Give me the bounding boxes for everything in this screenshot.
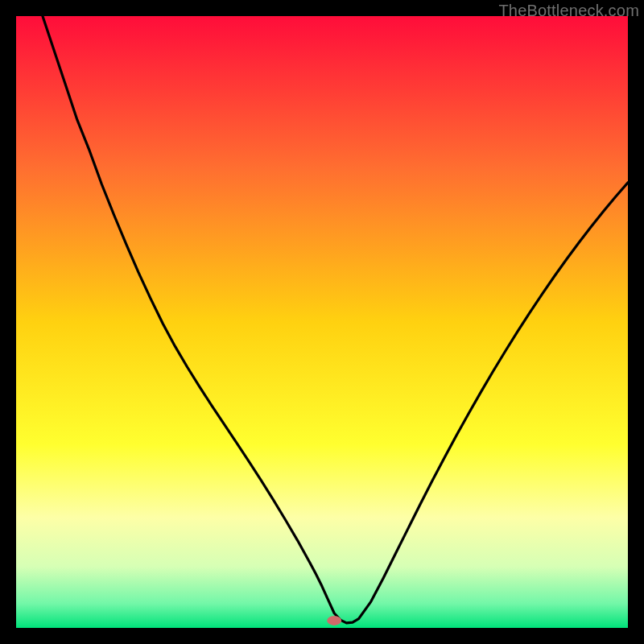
gradient-background bbox=[16, 16, 628, 628]
chart-frame: TheBottleneck.com bbox=[0, 0, 644, 644]
bottleneck-chart bbox=[16, 16, 628, 628]
optimum-marker bbox=[327, 616, 341, 625]
